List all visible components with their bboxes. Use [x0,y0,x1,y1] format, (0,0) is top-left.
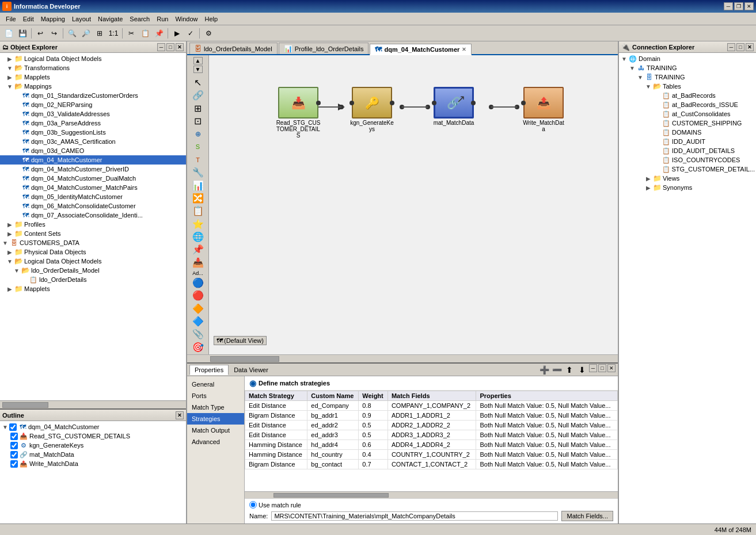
canvas-tb-transform1[interactable]: ⊕ [189,128,207,140]
canvas-tb-icon14[interactable]: 🎯 [189,341,207,353]
table-row[interactable]: Edit Distance ed_Company 0.8 COMPANY_1,C… [245,401,618,411]
props-down-btn[interactable]: ⬇ [576,364,588,376]
toggle-profiles[interactable]: ▶ [6,221,14,228]
table-hscroll-thumb[interactable] [273,493,389,498]
tb-new[interactable]: 📄 [2,27,15,40]
canvas-hscroll-thumb[interactable] [210,356,279,362]
outline-check[interactable] [10,451,18,458]
conn-views[interactable]: ▶ 📁 Views [619,174,756,183]
tree-item-transformations[interactable]: ▼ 📂 Transformations [0,63,186,72]
tb-redo[interactable]: ↪ [48,27,60,40]
outline-check[interactable] [10,433,18,440]
conn-at-bad-records-issue[interactable]: 📋 at_BadRecords_ISSUE [619,100,756,109]
menu-file[interactable]: File [2,14,20,24]
table-row[interactable]: Bigram Distance bg_addr1 0.9 ADDR1_1,ADD… [245,411,618,421]
props-up-btn[interactable]: ⬆ [564,364,575,376]
mat-port-right[interactable] [471,101,476,105]
props-minimize-btn[interactable]: ─ [589,364,597,372]
conn-minimize-btn[interactable]: ─ [727,43,735,51]
outline-item-mat[interactable]: 🔗 mat_MatchData [0,450,186,459]
table-row[interactable]: Bigram Distance bg_contact 0.7 CONTACT_1… [245,460,618,469]
kgn-node[interactable]: 🔑 kgn_GenerateKeys [346,87,398,132]
toggle-logical[interactable]: ▶ [6,56,14,62]
outline-item-read[interactable]: 📥 Read_STG_CUSTOMER_DETAILS [0,431,186,441]
tree-item-dqm04-driver[interactable]: 🗺 dqm_04_MatchCustomer_DriverID [0,165,186,174]
conn-synonyms[interactable]: ▶ 📁 Synonyms [619,183,756,192]
toggle-content[interactable]: ▶ [6,231,14,237]
canvas-tb-target[interactable]: T [189,154,207,166]
canvas-tb-icon2[interactable]: 📊 [189,179,207,192]
canvas-tb-select[interactable]: ↖ [189,77,207,89]
outline-close-btn[interactable]: ✕ [176,411,184,419]
tree-item-ldo-order[interactable]: 📋 ldo_OrderDetails [0,275,186,284]
tree-item-dqm05[interactable]: 🗺 dqm_05_IdentityMatchCustomer [0,192,186,201]
canvas-nav-down[interactable]: ▼ [193,66,203,73]
canvas-tb-icon4[interactable]: 📋 [189,205,207,217]
menu-layout[interactable]: Layout [69,14,94,24]
tree-item-dqm07[interactable]: 🗺 dqm_07_AssociateConsolidate_Identi... [0,211,186,220]
outline-tree[interactable]: ▼ 🗺 dqm_04_MatchCustomer 📥 Read_STG_CUST… [0,421,186,523]
conn-iso-country-codes[interactable]: 📋 ISO_COUNTRYCODES [619,155,756,165]
canvas-tb-icon1[interactable]: 🔧 [189,166,207,178]
conn-explorer-controls[interactable]: ─ □ ✕ [727,43,754,51]
outline-item-kgn[interactable]: ⚙ kgn_GenerateKeys [0,441,186,450]
conn-at-cust-consolidates[interactable]: 📋 at_CustConsolidates [619,109,756,119]
props-nav-ports[interactable]: Ports [187,390,244,402]
read-node[interactable]: 📥 Read_STG_CUSTOMER_DETAILS [272,87,324,139]
conn-maximize-btn[interactable]: □ [736,43,744,51]
tree-item-ldo-model[interactable]: ▼ 📂 ldo_OrderDetails_Model [0,266,186,275]
tab-dqm04[interactable]: 🗺 dqm_04_MatchCustomer ✕ [370,44,472,55]
read-port-right[interactable] [316,101,321,105]
outline-root-check[interactable] [9,423,17,431]
toggle-physical[interactable]: ▶ [6,249,14,255]
menu-help[interactable]: Help [202,14,222,24]
canvas-tb-link[interactable]: 🔗 [189,89,207,101]
outline-controls[interactable]: ✕ [176,411,184,419]
tree-item-dqm02[interactable]: 🗺 dqm_02_NERParsing [0,100,186,109]
panel-minimize-btn[interactable]: ─ [157,43,165,51]
conn-training-2[interactable]: ▼ 🗄 TRAINING [619,72,756,82]
tb-zoom-out[interactable]: 🔎 [79,27,92,40]
menu-run[interactable]: Run [153,14,172,24]
props-tab-properties[interactable]: Properties [189,365,229,375]
conn-training-1[interactable]: ▼ 🖧 TRAINING [619,63,756,72]
tree-hscroll[interactable] [0,400,186,408]
outline-check[interactable] [10,442,18,449]
props-nav-match-type[interactable]: Match Type [187,402,244,413]
toggle-mapplets[interactable]: ▶ [6,74,14,81]
props-delete-btn[interactable]: ➖ [551,364,563,376]
toggle-transformations[interactable]: ▼ [6,65,14,71]
tb-zoom-fit[interactable]: ⊞ [93,27,106,40]
tb-save[interactable]: 💾 [16,27,29,40]
use-match-rule-radio[interactable] [249,501,257,509]
props-close-btn[interactable]: ✕ [607,364,616,372]
props-add-btn[interactable]: ➕ [538,364,550,376]
conn-customer-shipping[interactable]: 📋 CUSTOMER_SHIPPING [619,119,756,128]
canvas-tb-icon6[interactable]: 🌐 [189,231,207,243]
connection-tree[interactable]: ▼ 🌐 Domain ▼ 🖧 TRAINING ▼ 🗄 TRAINING ▼ 📂 [619,53,756,523]
props-nav-match-output[interactable]: Match Output [187,425,244,436]
tb-validate[interactable]: ✓ [184,27,197,40]
table-row[interactable]: Hamming Distance hd_addr4 0.6 ADDR4_1,AD… [245,440,618,450]
outline-check[interactable] [10,460,18,468]
conn-idd-audit-details[interactable]: 📋 IDD_AUDIT_DETAILS [619,146,756,155]
canvas-tb-icon7[interactable]: 📌 [189,243,207,255]
tree-item-customers-data[interactable]: ▼ 🗄 CUSTOMERS_DATA [0,238,186,247]
panel-header-controls[interactable]: ─ □ ✕ [157,43,184,51]
toggle-customers[interactable]: ▼ [1,240,9,246]
toggle-logical2[interactable]: ▼ [6,258,14,265]
menu-search[interactable]: Search [126,14,153,24]
tb-paste[interactable]: 📌 [153,27,165,40]
tb-zoom-100[interactable]: 1:1 [107,27,120,40]
canvas-tb-icon5[interactable]: ⭐ [189,218,207,230]
canvas-tb-expand[interactable]: ⊞ [189,102,207,114]
write-node[interactable]: 📤 Write_MatchData [518,87,569,132]
canvas-hscroll[interactable] [187,354,618,362]
toggle-mapplets2[interactable]: ▶ [6,286,14,292]
minimize-btn[interactable]: ─ [724,2,733,10]
tab-ldo-model[interactable]: 🗄 ldo_OrderDetails_Model [189,43,278,54]
conn-tables[interactable]: ▼ 📂 Tables [619,82,756,91]
tb-settings[interactable]: ⚙ [202,27,215,40]
panel-maximize-btn[interactable]: □ [166,43,174,51]
use-match-rule-label[interactable]: Use match rule [249,501,301,509]
